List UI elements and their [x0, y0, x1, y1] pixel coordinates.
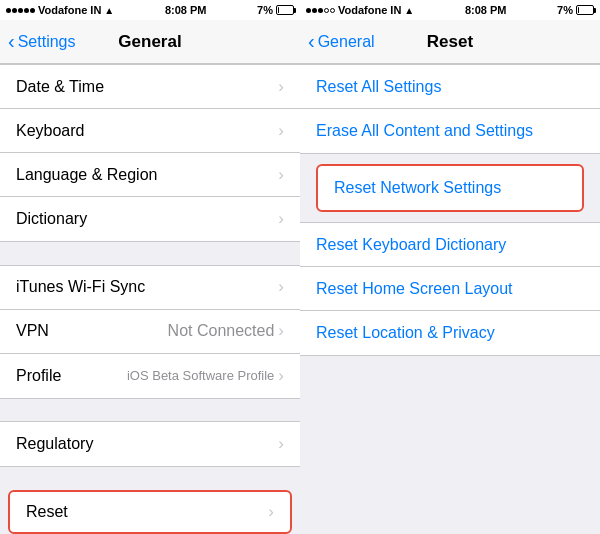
- chevron-back-left: ‹: [8, 30, 15, 53]
- nav-bar-left: ‹ Settings General: [0, 20, 300, 64]
- chevron-itunes: ›: [278, 277, 284, 297]
- gap-network-bottom: [300, 212, 600, 222]
- battery-icon-left: [276, 5, 294, 15]
- item-label-regulatory: Regulatory: [16, 435, 278, 453]
- item-label-keyboard: Keyboard: [16, 122, 278, 140]
- carrier-right: Vodafone IN: [338, 4, 401, 16]
- item-label-profile: Profile: [16, 367, 127, 385]
- reset-network-label: Reset Network Settings: [334, 179, 501, 197]
- status-left: Vodafone IN ▲: [6, 4, 114, 16]
- item-label-datetime: Date & Time: [16, 78, 278, 96]
- list-item-itunes[interactable]: iTunes Wi-Fi Sync ›: [0, 266, 300, 310]
- list-item-profile[interactable]: Profile iOS Beta Software Profile ›: [0, 354, 300, 398]
- reset-all-settings-label: Reset All Settings: [316, 78, 441, 96]
- network-highlighted-box: Reset Network Settings: [316, 164, 584, 212]
- chevron-language: ›: [278, 165, 284, 185]
- reset-location-label: Reset Location & Privacy: [316, 324, 495, 342]
- chevron-keyboard: ›: [278, 121, 284, 141]
- battery-fill-left: [278, 7, 279, 13]
- status-right-left: 7%: [257, 4, 294, 16]
- list-group-2: iTunes Wi-Fi Sync › VPN Not Connected › …: [0, 265, 300, 399]
- list-group-3: Regulatory ›: [0, 421, 300, 467]
- time-right: 8:08 PM: [465, 4, 507, 16]
- status-left-right: Vodafone IN ▲: [306, 4, 414, 16]
- reset-group-1: Reset All Settings Erase All Content and…: [300, 64, 600, 154]
- gap-network-top: [300, 154, 600, 164]
- reset-homescreen-label: Reset Home Screen Layout: [316, 280, 513, 298]
- chevron-profile: ›: [278, 366, 284, 386]
- reset-item-location[interactable]: Reset Location & Privacy: [300, 311, 600, 355]
- chevron-vpn: ›: [278, 321, 284, 341]
- wifi-icon-right: ▲: [404, 5, 414, 16]
- nav-bar-right: ‹ General Reset: [300, 20, 600, 64]
- gap-1: [0, 242, 300, 265]
- chevron-regulatory: ›: [278, 434, 284, 454]
- item-label-itunes: iTunes Wi-Fi Sync: [16, 278, 278, 296]
- list-group-1: Date & Time › Keyboard › Language & Regi…: [0, 64, 300, 242]
- left-panel: Vodafone IN ▲ 8:08 PM 7% ‹ Settings Gene…: [0, 0, 300, 534]
- list-item-dictionary[interactable]: Dictionary ›: [0, 197, 300, 241]
- status-right-right: 7%: [557, 4, 594, 16]
- right-panel: Vodafone IN ▲ 8:08 PM 7% ‹ General Reset…: [300, 0, 600, 534]
- item-label-dictionary: Dictionary: [16, 210, 278, 228]
- reset-item-all-settings[interactable]: Reset All Settings: [300, 65, 600, 109]
- nav-title-right: Reset: [427, 32, 473, 52]
- carrier-left: Vodafone IN: [38, 4, 101, 16]
- reset-wrapper: Reset ›: [0, 490, 300, 534]
- list-item-language[interactable]: Language & Region ›: [0, 153, 300, 197]
- reset-item-homescreen[interactable]: Reset Home Screen Layout: [300, 267, 600, 311]
- back-button-left[interactable]: ‹ Settings: [8, 30, 75, 53]
- battery-fill-right: [578, 7, 579, 13]
- list-item-vpn[interactable]: VPN Not Connected ›: [0, 310, 300, 354]
- item-value-profile: iOS Beta Software Profile: [127, 368, 274, 383]
- status-bar-left: Vodafone IN ▲ 8:08 PM 7%: [0, 0, 300, 20]
- chevron-reset: ›: [268, 502, 274, 522]
- chevron-dictionary: ›: [278, 209, 284, 229]
- list-item-keyboard[interactable]: Keyboard ›: [0, 109, 300, 153]
- reset-erase-label: Erase All Content and Settings: [316, 122, 533, 140]
- back-button-right[interactable]: ‹ General: [308, 30, 375, 53]
- list-item-regulatory[interactable]: Regulatory ›: [0, 422, 300, 466]
- item-label-vpn: VPN: [16, 322, 168, 340]
- battery-percent-left: 7%: [257, 4, 273, 16]
- reset-group-2: Reset Keyboard Dictionary Reset Home Scr…: [300, 222, 600, 356]
- time-left: 8:08 PM: [165, 4, 207, 16]
- signal-icon-right: [306, 8, 335, 13]
- reset-item-network[interactable]: Reset Network Settings: [318, 166, 582, 210]
- reset-item-erase[interactable]: Erase All Content and Settings: [300, 109, 600, 153]
- nav-title-left: General: [118, 32, 181, 52]
- network-box-wrapper: Reset Network Settings: [300, 164, 600, 212]
- reset-item-keyboard[interactable]: Reset Keyboard Dictionary: [300, 223, 600, 267]
- signal-icon: [6, 8, 35, 13]
- item-label-reset: Reset: [26, 503, 268, 521]
- list-item-datetime[interactable]: Date & Time ›: [0, 65, 300, 109]
- item-label-language: Language & Region: [16, 166, 278, 184]
- gap-3: [0, 467, 300, 490]
- signal-wifi-left: ▲: [104, 5, 114, 16]
- battery-icon-right: [576, 5, 594, 15]
- reset-keyboard-label: Reset Keyboard Dictionary: [316, 236, 506, 254]
- status-bar-right: Vodafone IN ▲ 8:08 PM 7%: [300, 0, 600, 20]
- back-label-left: Settings: [18, 33, 76, 51]
- chevron-back-right: ‹: [308, 30, 315, 53]
- gap-2: [0, 399, 300, 422]
- back-label-right: General: [318, 33, 375, 51]
- battery-percent-right: 7%: [557, 4, 573, 16]
- chevron-datetime: ›: [278, 77, 284, 97]
- item-value-vpn: Not Connected: [168, 322, 275, 340]
- list-item-reset[interactable]: Reset ›: [8, 490, 292, 534]
